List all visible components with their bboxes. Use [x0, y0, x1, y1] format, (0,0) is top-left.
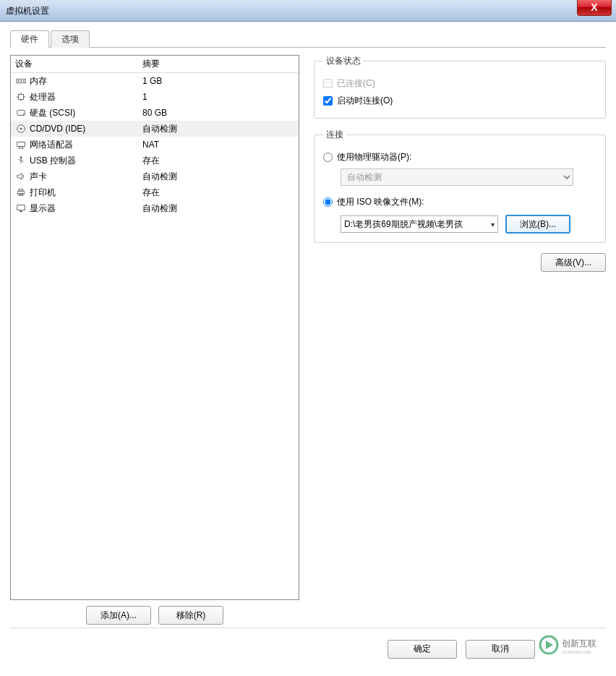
svg-rect-4: [19, 95, 24, 100]
svg-point-25: [540, 636, 557, 654]
device-label: USB 控制器: [30, 155, 76, 167]
use-iso-label: 使用 ISO 映像文件(M):: [337, 196, 424, 208]
col-header-summary[interactable]: 摘要: [142, 58, 299, 70]
usb-icon: [15, 155, 27, 166]
device-row-cpu[interactable]: 处理器 1: [11, 89, 299, 105]
cd-icon: [15, 123, 27, 134]
device-list-header: 设备 摘要: [11, 56, 299, 73]
device-summary: 自动检测: [142, 171, 299, 183]
device-row-nic[interactable]: 网络适配器 NAT: [11, 137, 299, 153]
add-device-button[interactable]: 添加(A)...: [86, 606, 151, 625]
svg-text:CXJINGXIN.COM: CXJINGXIN.COM: [562, 650, 591, 654]
device-summary: 1 GB: [142, 76, 299, 86]
close-button[interactable]: X: [577, 0, 612, 16]
device-summary: 存在: [142, 155, 299, 167]
advanced-button[interactable]: 高级(V)...: [541, 253, 606, 272]
connect-at-power-checkbox[interactable]: [323, 96, 333, 106]
device-row-sound[interactable]: 声卡 自动检测: [11, 168, 299, 184]
window-titlebar: 虚拟机设置 X: [0, 0, 616, 22]
connected-checkbox-row: 已连接(C): [323, 74, 596, 92]
device-label: CD/DVD (IDE): [30, 124, 85, 134]
svg-rect-21: [19, 189, 22, 192]
device-summary: 存在: [142, 187, 299, 199]
iso-path-text: D:\老男孩69期脱产视频\老男孩: [344, 218, 463, 231]
tab-options[interactable]: 选项: [51, 30, 90, 48]
svg-rect-14: [19, 147, 22, 149]
cpu-icon: [15, 91, 27, 103]
display-icon: [15, 202, 27, 214]
device-row-memory[interactable]: 内存 1 GB: [11, 73, 299, 89]
device-row-disk[interactable]: 硬盘 (SCSI) 80 GB: [11, 105, 299, 121]
tab-hardware[interactable]: 硬件: [10, 30, 49, 48]
printer-icon: [15, 187, 27, 198]
connected-label: 已连接(C): [337, 77, 375, 90]
svg-point-10: [23, 114, 25, 115]
device-label: 打印机: [30, 187, 56, 199]
col-header-device[interactable]: 设备: [15, 58, 142, 70]
disk-icon: [15, 107, 27, 119]
tab-strip: 硬件 选项: [10, 30, 606, 48]
device-row-usb[interactable]: USB 控制器 存在: [11, 153, 299, 168]
nic-icon: [15, 139, 27, 150]
use-physical-label: 使用物理驱动器(P):: [337, 151, 411, 163]
device-status-group: 设备状态 已连接(C) 启动时连接(O): [314, 55, 606, 119]
device-summary: NAT: [142, 140, 299, 150]
connected-checkbox: [323, 79, 333, 88]
svg-line-17: [19, 159, 22, 161]
use-iso-row[interactable]: 使用 ISO 映像文件(M):: [323, 193, 596, 210]
device-row-printer[interactable]: 打印机 存在: [11, 184, 299, 200]
connection-legend: 连接: [323, 129, 346, 141]
svg-marker-19: [17, 174, 22, 180]
sound-icon: [15, 171, 27, 182]
browse-button[interactable]: 浏览(B)...: [505, 215, 570, 234]
use-iso-radio[interactable]: [323, 197, 333, 207]
device-label: 处理器: [30, 91, 56, 103]
use-physical-row[interactable]: 使用物理驱动器(P):: [323, 148, 596, 166]
chevron-down-icon: ▾: [491, 221, 495, 228]
device-label: 网络适配器: [30, 139, 73, 151]
device-summary: 自动检测: [142, 202, 299, 215]
memory-icon: [15, 75, 27, 87]
device-row-cddvd[interactable]: CD/DVD (IDE) 自动检测: [11, 121, 299, 137]
device-summary: 自动检测: [142, 123, 299, 135]
svg-rect-1: [18, 80, 20, 82]
device-label: 硬盘 (SCSI): [30, 107, 75, 119]
connect-at-power-row[interactable]: 启动时连接(O): [323, 92, 596, 109]
device-list: 设备 摘要 内存 1 GB: [10, 55, 299, 600]
svg-rect-13: [17, 142, 25, 147]
remove-device-button[interactable]: 移除(R): [158, 606, 223, 625]
brand-watermark: 创新互联 CXJINGXIN.COM: [534, 629, 606, 661]
svg-rect-2: [20, 80, 22, 82]
close-icon: X: [591, 1, 597, 13]
connect-at-power-label: 启动时连接(O): [337, 95, 393, 107]
dialog-footer: 确定 取消 创新互联 CXJINGXIN.COM: [10, 628, 606, 662]
svg-point-12: [20, 128, 22, 130]
cancel-button[interactable]: 取消: [466, 640, 535, 659]
window-title: 虚拟机设置: [6, 0, 49, 22]
connection-group: 连接 使用物理驱动器(P): 自动检测 使用 ISO 映像文件(M):: [314, 129, 606, 243]
device-status-legend: 设备状态: [323, 55, 364, 67]
ok-button[interactable]: 确定: [388, 640, 457, 659]
device-label: 内存: [30, 75, 47, 87]
svg-text:创新互联: 创新互联: [562, 638, 596, 649]
physical-drive-select: 自动检测: [341, 168, 573, 186]
device-label: 声卡: [30, 171, 47, 183]
device-summary: 80 GB: [142, 108, 299, 118]
svg-rect-23: [17, 205, 25, 210]
device-row-display[interactable]: 显示器 自动检测: [11, 200, 299, 216]
iso-path-combo[interactable]: D:\老男孩69期脱产视频\老男孩 ▾: [341, 215, 498, 233]
svg-line-18: [21, 161, 24, 162]
use-physical-radio[interactable]: [323, 153, 333, 162]
svg-rect-3: [23, 80, 25, 82]
device-label: 显示器: [30, 202, 56, 215]
device-summary: 1: [142, 92, 299, 102]
